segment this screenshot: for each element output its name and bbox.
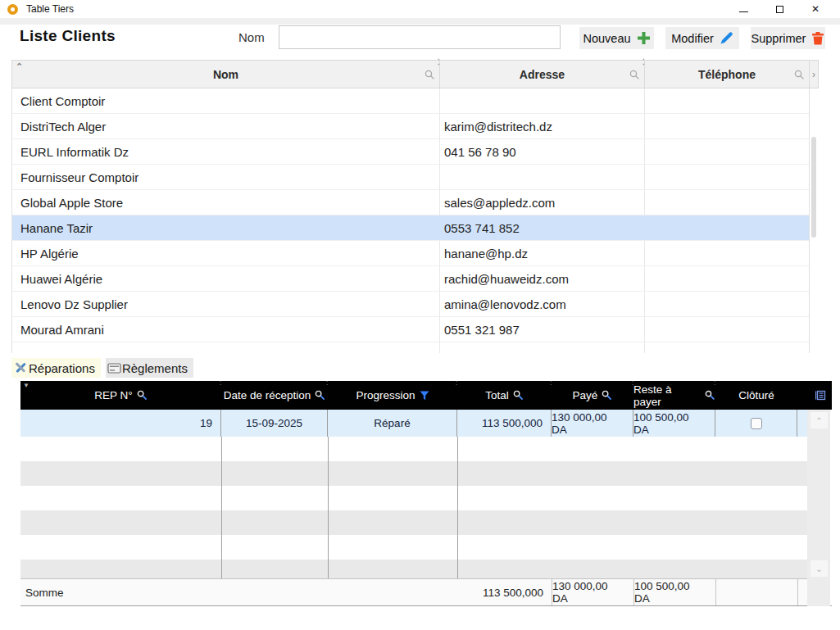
repairs-scrollbar[interactable]: ⌃ ⌄ (807, 410, 830, 606)
client-nom: Global Apple Store (12, 190, 440, 215)
column-chooser-icon[interactable] (815, 390, 826, 401)
table-row[interactable]: EURL Informatik Dz 041 56 78 90 (12, 139, 809, 165)
table-row-selected[interactable]: Hanane Tazir 0553 741 852 (12, 215, 809, 241)
client-nom: Client Comptoir (12, 88, 440, 113)
table-row[interactable]: Lenovo Dz Supplier amina@lenovodz.com (12, 292, 809, 317)
table-row[interactable]: Huawei Algérie rachid@huaweidz.com (12, 266, 809, 292)
table-row[interactable]: Global Apple Store sales@appledz.com (12, 190, 809, 215)
search-icon[interactable] (602, 390, 612, 401)
clients-scrollbar-thumb[interactable] (811, 137, 816, 238)
table-row[interactable]: Mourad Amrani 0551 321 987 (12, 317, 809, 342)
page-title: Liste Clients (20, 27, 116, 45)
client-nom: Hanane Tazir (12, 215, 440, 240)
table-row[interactable]: Client Comptoir (12, 88, 809, 114)
modifier-button[interactable]: Modifier (665, 27, 739, 49)
clients-column-adresse[interactable]: ⁚ Adresse (440, 61, 645, 88)
repairs-column-progression-label: Progression (356, 389, 415, 401)
clients-column-telephone[interactable]: ⁚ Téléphone (645, 61, 810, 88)
search-icon[interactable] (705, 390, 715, 401)
tools-icon (13, 360, 28, 375)
client-nom: Fournisseur Comptoir (12, 165, 440, 189)
maximize-button[interactable] (761, 0, 797, 18)
search-icon[interactable] (513, 390, 524, 401)
trash-icon (811, 31, 824, 45)
clients-table-body: Client Comptoir DistriTech Alger karim@d… (11, 88, 810, 353)
client-nom: DistriTech Alger (12, 114, 440, 138)
repairs-column-paye[interactable]: ⁚ Payé (552, 381, 633, 410)
client-nom: Lenovo Dz Supplier (12, 292, 440, 316)
search-icon[interactable] (629, 70, 640, 80)
search-icon[interactable] (425, 70, 435, 80)
footer-somme-label: Somme (20, 579, 221, 605)
supprimer-button[interactable]: Supprimer (751, 27, 825, 49)
cloture-checkbox[interactable] (751, 418, 762, 429)
next-column-button[interactable]: › (810, 61, 818, 88)
repairs-column-rep[interactable]: REP N° (20, 381, 221, 410)
app-icon (7, 4, 18, 15)
table-bottom-border (20, 605, 832, 606)
scroll-up-icon[interactable]: ⌃ (810, 412, 828, 428)
drag-handle-icon: ⁚ (456, 382, 457, 385)
repairs-column-reste[interactable]: ⁚ Reste à payer (633, 381, 715, 410)
client-adresse: rachid@huaweidz.com (440, 266, 645, 291)
repairs-column-cloture[interactable]: ⁚ Clôturé (715, 381, 797, 410)
client-telephone (645, 241, 810, 265)
repairs-column-reste-label: Reste à payer (633, 383, 701, 408)
scroll-down-icon[interactable]: ⌄ (810, 560, 828, 577)
clients-column-nom[interactable]: ⌃ Nom (12, 61, 440, 88)
client-telephone (645, 114, 810, 138)
table-row[interactable]: HP Algérie hanane@hp.dz (12, 241, 809, 266)
client-nom: Huawei Algérie (12, 266, 440, 291)
client-nom: Mourad Amrani (12, 317, 440, 342)
search-icon[interactable] (137, 390, 148, 401)
drag-handle-icon: ⁚ (632, 382, 633, 385)
name-filter-label: Nom (238, 30, 265, 44)
table-row-empty (12, 342, 809, 353)
client-adresse: 041 56 78 90 (440, 139, 645, 164)
nouveau-button[interactable]: Nouveau (579, 27, 654, 49)
repairs-table-header: REP N° ⁚ Date de réception ⁚ Progression… (20, 381, 832, 410)
table-row[interactable]: Fournisseur Comptoir (12, 165, 809, 190)
repairs-column-progression[interactable]: ⁚ Progression (328, 381, 457, 410)
tab-reglements[interactable]: Règlements (106, 358, 193, 378)
drag-handle-icon: ⁚ (714, 382, 715, 385)
collapse-caret-icon[interactable]: ⌃ (16, 61, 23, 72)
payments-icon (107, 362, 121, 374)
repair-row-selected[interactable]: 19 15-09-2025 Réparé 113 500,000 130 000… (20, 410, 807, 437)
minimize-button[interactable] (725, 0, 761, 18)
grid-filter-caret-icon[interactable]: ▼ (23, 382, 30, 389)
pencil-icon (720, 31, 733, 45)
repairs-column-date[interactable]: ⁚ Date de réception (221, 381, 328, 410)
client-adresse: amina@lenovodz.com (440, 292, 645, 316)
tab-reparations-label: Réparations (29, 361, 95, 375)
clients-column-nom-label: Nom (213, 68, 238, 81)
search-icon[interactable] (315, 390, 325, 401)
table-row[interactable]: DistriTech Alger karim@distritech.dz (12, 114, 809, 139)
close-button[interactable]: ✕ (797, 0, 833, 18)
filter-funnel-icon[interactable] (420, 391, 429, 401)
repairs-column-rep-label: REP N° (94, 389, 132, 401)
repairs-empty-rows (20, 437, 807, 578)
client-telephone (645, 317, 810, 342)
search-icon[interactable] (794, 70, 805, 80)
name-filter-input[interactable] (279, 25, 561, 49)
drag-handle-icon: ⁚ (326, 382, 328, 385)
repairs-column-cloture-label: Clôturé (738, 389, 774, 401)
repairs-column-date-label: Date de réception (224, 389, 311, 401)
repairs-column-total[interactable]: ⁚ Total (457, 381, 552, 410)
client-adresse: 0551 321 987 (440, 317, 645, 342)
client-nom: HP Algérie (12, 241, 440, 265)
repair-reste: 100 500,00 DA (633, 410, 715, 437)
repair-date: 15-09-2025 (221, 410, 328, 437)
detail-tabs: Réparations Règlements (11, 358, 193, 378)
client-adresse (440, 88, 645, 113)
client-telephone (645, 88, 810, 113)
tab-reparations[interactable]: Réparations (11, 358, 101, 378)
repairs-footer: Somme 113 500,000 130 000,00 DA 100 500,… (20, 578, 807, 605)
footer-reste: 100 500,00 DA (633, 579, 715, 605)
client-nom: EURL Informatik Dz (12, 139, 440, 164)
drag-handle-icon: ⁚ (642, 61, 645, 65)
repair-progression: Réparé (328, 410, 457, 437)
drag-handle-icon: ⁚ (438, 61, 440, 65)
nouveau-button-label: Nouveau (583, 32, 630, 45)
